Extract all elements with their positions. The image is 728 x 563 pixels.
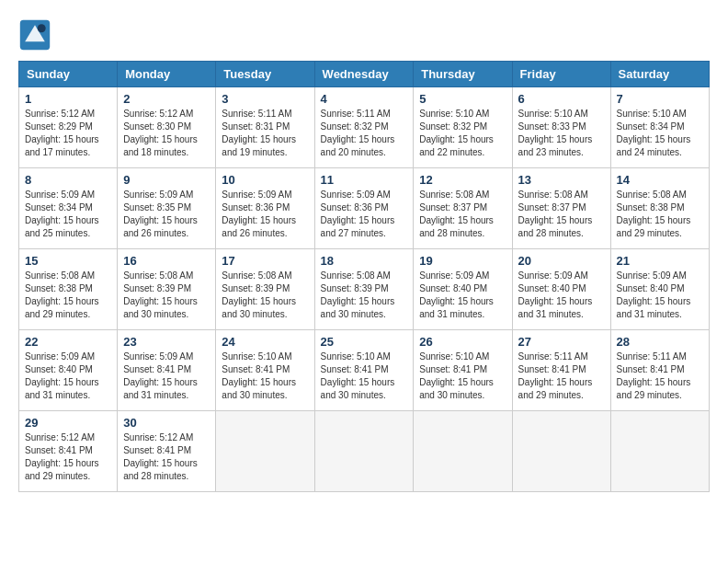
day-info: Sunrise: 5:08 AM Sunset: 8:39 PM Dayligh… (123, 270, 210, 321)
day-number: 17 (222, 254, 308, 268)
day-info: Sunrise: 5:10 AM Sunset: 8:33 PM Dayligh… (518, 108, 605, 159)
day-number: 13 (518, 173, 605, 187)
day-info: Sunrise: 5:09 AM Sunset: 8:36 PM Dayligh… (222, 189, 308, 240)
day-info: Sunrise: 5:08 AM Sunset: 8:38 PM Dayligh… (25, 270, 111, 321)
day-number: 11 (321, 173, 408, 187)
day-info: Sunrise: 5:09 AM Sunset: 8:34 PM Dayligh… (25, 189, 111, 240)
calendar-cell: 5Sunrise: 5:10 AM Sunset: 8:32 PM Daylig… (414, 87, 512, 168)
calendar-cell: 7Sunrise: 5:10 AM Sunset: 8:34 PM Daylig… (610, 87, 709, 168)
day-number: 8 (25, 173, 111, 187)
day-number: 29 (25, 416, 111, 430)
week-row-1: 1Sunrise: 5:12 AM Sunset: 8:29 PM Daylig… (19, 87, 710, 168)
calendar-cell: 3Sunrise: 5:11 AM Sunset: 8:31 PM Daylig… (216, 87, 314, 168)
day-number: 6 (518, 92, 605, 106)
calendar-cell: 11Sunrise: 5:09 AM Sunset: 8:36 PM Dayli… (314, 168, 414, 249)
day-info: Sunrise: 5:09 AM Sunset: 8:36 PM Dayligh… (321, 189, 408, 240)
week-row-5: 29Sunrise: 5:12 AM Sunset: 8:41 PM Dayli… (19, 411, 710, 492)
calendar-cell: 14Sunrise: 5:08 AM Sunset: 8:38 PM Dayli… (610, 168, 709, 249)
calendar-cell: 22Sunrise: 5:09 AM Sunset: 8:40 PM Dayli… (19, 330, 118, 411)
calendar-cell: 10Sunrise: 5:09 AM Sunset: 8:36 PM Dayli… (216, 168, 314, 249)
day-info: Sunrise: 5:08 AM Sunset: 8:38 PM Dayligh… (617, 189, 703, 240)
calendar-cell: 28Sunrise: 5:11 AM Sunset: 8:41 PM Dayli… (610, 330, 709, 411)
day-info: Sunrise: 5:11 AM Sunset: 8:41 PM Dayligh… (617, 350, 703, 402)
day-number: 18 (321, 254, 408, 268)
day-info: Sunrise: 5:12 AM Sunset: 8:30 PM Dayligh… (123, 108, 210, 159)
day-number: 25 (321, 335, 408, 349)
day-number: 4 (321, 92, 408, 106)
calendar-cell (414, 411, 512, 492)
calendar-cell: 15Sunrise: 5:08 AM Sunset: 8:38 PM Dayli… (19, 249, 118, 330)
day-info: Sunrise: 5:09 AM Sunset: 8:40 PM Dayligh… (419, 270, 506, 321)
day-info: Sunrise: 5:09 AM Sunset: 8:40 PM Dayligh… (518, 270, 605, 321)
day-number: 19 (419, 254, 506, 268)
calendar-cell: 9Sunrise: 5:09 AM Sunset: 8:35 PM Daylig… (118, 168, 216, 249)
day-info: Sunrise: 5:09 AM Sunset: 8:41 PM Dayligh… (123, 350, 210, 402)
day-number: 26 (419, 335, 506, 349)
day-info: Sunrise: 5:10 AM Sunset: 8:32 PM Dayligh… (419, 108, 506, 159)
weekday-header-tuesday: Tuesday (216, 62, 314, 87)
calendar-cell (610, 411, 709, 492)
calendar-cell: 26Sunrise: 5:10 AM Sunset: 8:41 PM Dayli… (414, 330, 512, 411)
day-info: Sunrise: 5:08 AM Sunset: 8:39 PM Dayligh… (321, 270, 408, 321)
day-number: 16 (123, 254, 210, 268)
weekday-header-wednesday: Wednesday (314, 62, 414, 87)
day-number: 14 (617, 173, 703, 187)
logo-icon (18, 18, 51, 52)
calendar-cell: 24Sunrise: 5:10 AM Sunset: 8:41 PM Dayli… (216, 330, 314, 411)
calendar-cell (512, 411, 610, 492)
calendar-cell: 18Sunrise: 5:08 AM Sunset: 8:39 PM Dayli… (314, 249, 414, 330)
day-info: Sunrise: 5:08 AM Sunset: 8:37 PM Dayligh… (518, 189, 605, 240)
day-number: 3 (222, 92, 308, 106)
day-number: 20 (518, 254, 605, 268)
calendar-cell: 17Sunrise: 5:08 AM Sunset: 8:39 PM Dayli… (216, 249, 314, 330)
day-info: Sunrise: 5:09 AM Sunset: 8:40 PM Dayligh… (617, 270, 703, 321)
day-info: Sunrise: 5:10 AM Sunset: 8:41 PM Dayligh… (321, 350, 408, 402)
weekday-header-friday: Friday (512, 62, 610, 87)
day-number: 5 (419, 92, 506, 106)
day-info: Sunrise: 5:11 AM Sunset: 8:31 PM Dayligh… (222, 108, 308, 159)
calendar-cell: 29Sunrise: 5:12 AM Sunset: 8:41 PM Dayli… (19, 411, 118, 492)
calendar-cell: 13Sunrise: 5:08 AM Sunset: 8:37 PM Dayli… (512, 168, 610, 249)
calendar-cell: 19Sunrise: 5:09 AM Sunset: 8:40 PM Dayli… (414, 249, 512, 330)
day-number: 28 (617, 335, 703, 349)
calendar-cell: 25Sunrise: 5:10 AM Sunset: 8:41 PM Dayli… (314, 330, 414, 411)
weekday-header-monday: Monday (118, 62, 216, 87)
day-info: Sunrise: 5:10 AM Sunset: 8:41 PM Dayligh… (419, 350, 506, 402)
week-row-4: 22Sunrise: 5:09 AM Sunset: 8:40 PM Dayli… (19, 330, 710, 411)
calendar-cell: 8Sunrise: 5:09 AM Sunset: 8:34 PM Daylig… (19, 168, 118, 249)
day-number: 15 (25, 254, 111, 268)
logo (18, 18, 57, 52)
calendar-cell: 21Sunrise: 5:09 AM Sunset: 8:40 PM Dayli… (610, 249, 709, 330)
day-info: Sunrise: 5:08 AM Sunset: 8:39 PM Dayligh… (222, 270, 308, 321)
calendar-cell (216, 411, 314, 492)
day-number: 1 (25, 92, 111, 106)
calendar-cell: 30Sunrise: 5:12 AM Sunset: 8:41 PM Dayli… (118, 411, 216, 492)
calendar-cell: 6Sunrise: 5:10 AM Sunset: 8:33 PM Daylig… (512, 87, 610, 168)
day-info: Sunrise: 5:12 AM Sunset: 8:29 PM Dayligh… (25, 108, 111, 159)
day-number: 27 (518, 335, 605, 349)
day-number: 12 (419, 173, 506, 187)
day-info: Sunrise: 5:09 AM Sunset: 8:40 PM Dayligh… (25, 350, 111, 402)
day-number: 2 (123, 92, 210, 106)
page-header (18, 18, 710, 52)
day-info: Sunrise: 5:11 AM Sunset: 8:41 PM Dayligh… (518, 350, 605, 402)
weekday-header-saturday: Saturday (610, 62, 709, 87)
calendar-cell: 16Sunrise: 5:08 AM Sunset: 8:39 PM Dayli… (118, 249, 216, 330)
day-info: Sunrise: 5:12 AM Sunset: 8:41 PM Dayligh… (25, 431, 111, 483)
day-number: 9 (123, 173, 210, 187)
day-number: 24 (222, 335, 308, 349)
week-row-3: 15Sunrise: 5:08 AM Sunset: 8:38 PM Dayli… (19, 249, 710, 330)
svg-point-2 (38, 24, 46, 32)
weekday-header-thursday: Thursday (414, 62, 512, 87)
day-number: 30 (123, 416, 210, 430)
calendar-table: SundayMondayTuesdayWednesdayThursdayFrid… (18, 61, 710, 492)
day-info: Sunrise: 5:10 AM Sunset: 8:41 PM Dayligh… (222, 350, 308, 402)
calendar-cell: 2Sunrise: 5:12 AM Sunset: 8:30 PM Daylig… (118, 87, 216, 168)
calendar-cell: 23Sunrise: 5:09 AM Sunset: 8:41 PM Dayli… (118, 330, 216, 411)
calendar-cell: 12Sunrise: 5:08 AM Sunset: 8:37 PM Dayli… (414, 168, 512, 249)
day-info: Sunrise: 5:10 AM Sunset: 8:34 PM Dayligh… (617, 108, 703, 159)
calendar-cell: 27Sunrise: 5:11 AM Sunset: 8:41 PM Dayli… (512, 330, 610, 411)
day-info: Sunrise: 5:08 AM Sunset: 8:37 PM Dayligh… (419, 189, 506, 240)
weekday-header-row: SundayMondayTuesdayWednesdayThursdayFrid… (19, 62, 710, 87)
calendar-cell: 4Sunrise: 5:11 AM Sunset: 8:32 PM Daylig… (314, 87, 414, 168)
